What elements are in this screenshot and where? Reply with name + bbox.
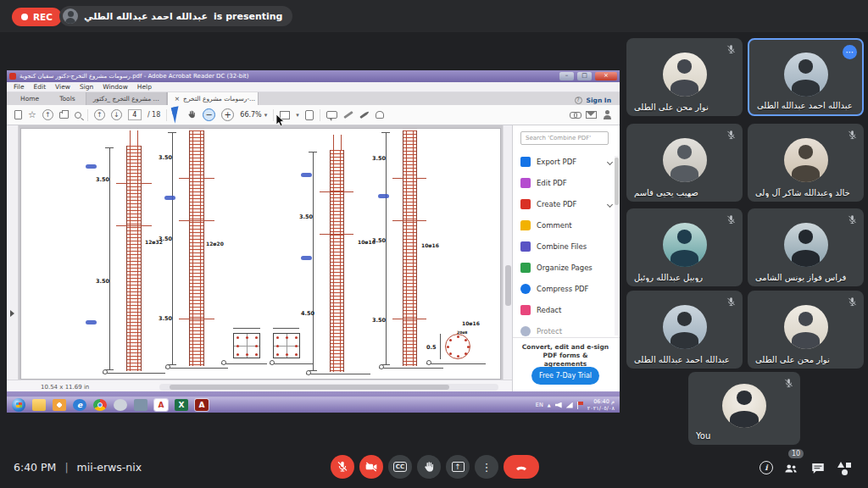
language-indicator[interactable]: EN [536, 402, 543, 408]
participant-tile-presenter[interactable]: ⋯ عبدالله احمد عبدالله الطلي [748, 38, 864, 116]
chevron-down-icon[interactable] [607, 201, 613, 207]
tool-comment[interactable]: Comment [520, 217, 615, 234]
navigation-pane-collapsed[interactable] [7, 125, 19, 380]
fill-sign-icon[interactable] [359, 111, 370, 119]
ie-icon[interactable]: e [73, 399, 86, 411]
tab-tools[interactable]: Tools [49, 92, 85, 105]
zoom-out-button[interactable]: − [203, 108, 215, 121]
tool-compress-pdf[interactable]: Compress PDF [520, 280, 615, 297]
select-tool-icon[interactable] [171, 106, 182, 124]
tool-redact[interactable]: Redact [520, 302, 615, 319]
compress-pdf-icon [520, 284, 531, 294]
comment-icon[interactable] [326, 111, 337, 119]
explorer-icon[interactable] [32, 399, 46, 411]
participant-tile[interactable]: صهيب يحيى قاسم [626, 124, 743, 202]
scrollbar-thumb[interactable] [615, 158, 619, 205]
excel-icon[interactable]: X [175, 399, 188, 411]
start-button[interactable] [12, 398, 25, 412]
zoom-level-dropdown[interactable]: 66.7% ▾ [240, 111, 267, 119]
activities-button[interactable] [837, 461, 853, 476]
help-icon[interactable]: ? [575, 97, 582, 104]
avatar [663, 53, 707, 97]
tab-home[interactable]: Home [10, 92, 49, 105]
devices-icon[interactable] [134, 399, 147, 411]
save-icon[interactable] [14, 110, 22, 119]
scroll-mode-icon[interactable] [305, 110, 314, 120]
menu-view[interactable]: View [55, 83, 70, 91]
action-center-flag-icon[interactable] [577, 402, 583, 409]
meeting-details-button[interactable]: i [760, 461, 775, 476]
self-view-tile[interactable]: You [688, 372, 800, 445]
print-icon[interactable] [59, 112, 69, 119]
tool-organize-pages[interactable]: Organize Pages [520, 259, 615, 276]
more-options-badge[interactable]: ⋯ [843, 45, 857, 59]
participant-tile[interactable]: خالد وعبدالله شاكر آل ولي [748, 124, 864, 202]
next-page-icon[interactable]: ↓ [111, 109, 122, 120]
minimize-button[interactable]: – [559, 72, 574, 80]
menu-file[interactable]: File [14, 83, 25, 91]
chat-button[interactable] [810, 461, 826, 476]
nav-pane-arrow-icon[interactable] [10, 310, 14, 317]
tools-search-input[interactable] [520, 131, 609, 145]
raise-hand-button[interactable] [417, 455, 441, 479]
participant-tile[interactable]: نوار محن علي الطلي [626, 38, 743, 116]
hidden-icons-arrow[interactable]: ▲ [548, 402, 551, 408]
previous-page-icon[interactable]: ↑ [94, 109, 105, 120]
pdf-page[interactable]: 3.50 3.50 3.50 3.50 3.50 3.50 4.50 3.50 … [20, 128, 501, 380]
avatar [784, 305, 828, 349]
pen-icon[interactable] [343, 111, 353, 119]
star-icon[interactable]: ☆ [28, 110, 36, 119]
network-icon[interactable] [566, 402, 573, 408]
volume-icon[interactable] [555, 402, 562, 408]
mic-mute-button[interactable] [331, 455, 354, 479]
tool-edit-pdf[interactable]: Edit PDF [520, 175, 615, 191]
chevron-down-icon[interactable] [607, 158, 613, 164]
page-number-input[interactable]: 4 [128, 109, 142, 120]
scrollbar-thumb[interactable] [170, 385, 449, 390]
share-link-icon[interactable] [570, 112, 580, 118]
menu-help[interactable]: Help [137, 83, 152, 91]
tool-combine-files[interactable]: Combine Files [520, 238, 615, 255]
more-options-button[interactable]: ⋮ [475, 455, 498, 479]
search-icon[interactable] [75, 112, 81, 119]
stamp-icon[interactable] [376, 111, 384, 119]
participant-tile[interactable]: فراس فواز يونس الشامي [748, 208, 864, 286]
account-icon[interactable] [603, 110, 612, 119]
tool-create-pdf[interactable]: Create PDF [520, 196, 615, 213]
present-button[interactable]: ↑ [446, 455, 470, 479]
chrome-icon[interactable] [93, 399, 107, 411]
hand-tool-icon[interactable] [186, 109, 197, 121]
tab-document-1[interactable]: مشروع التخرج _دكتور ... [86, 92, 167, 105]
taskbar-clock[interactable]: 06:40 م ٢٠٢١/٠٥/٠٨ [587, 398, 615, 412]
sign-in-area[interactable]: ? Sign In [566, 92, 620, 105]
show-participants-button[interactable] [783, 461, 798, 476]
participant-tile[interactable]: نوار محن علي الطلي [748, 291, 864, 369]
meeting-code: mii-erws-nix [77, 461, 142, 474]
participant-tile[interactable]: عبدالله احمد عبدالله الطلي [626, 291, 743, 369]
tab-document-2-active[interactable]: × رسومات مشروع التخرج-... [167, 92, 259, 105]
horizontal-scrollbar[interactable] [159, 384, 498, 391]
close-button[interactable]: × [595, 72, 617, 80]
email-icon[interactable] [586, 111, 597, 119]
adobe-app-icon[interactable]: A [195, 399, 209, 411]
menu-edit[interactable]: Edit [34, 83, 47, 91]
panel-scrollbar[interactable] [615, 156, 619, 336]
acrobat-title-bar[interactable]: رسومات مشروع التخرج-دكتور سفيان كنجوية.p… [7, 70, 620, 82]
acrobat-reader-taskbar-icon[interactable]: A [154, 399, 168, 411]
menu-window[interactable]: Window [103, 83, 128, 91]
camera-off-button[interactable] [359, 455, 383, 479]
maximize-button[interactable]: □ [577, 72, 592, 80]
participant-tile[interactable]: روبيل عبدالله روئيل [626, 208, 743, 286]
leave-call-button[interactable] [504, 455, 539, 479]
free-trial-button[interactable]: Free 7-Day Trial [531, 367, 599, 385]
share-upload-icon[interactable]: ↑ [42, 109, 53, 120]
tool-export-pdf[interactable]: Export PDF [520, 153, 615, 170]
scrollbar-thumb[interactable] [505, 265, 511, 306]
captions-button[interactable]: CC [388, 455, 412, 479]
app-icon-gray[interactable] [114, 399, 127, 411]
zoom-in-button[interactable]: + [221, 108, 234, 121]
vertical-scrollbar[interactable] [503, 125, 512, 380]
tab-close-icon[interactable]: × [175, 95, 180, 105]
menu-sign[interactable]: Sign [80, 83, 93, 91]
media-player-icon[interactable] [53, 399, 66, 411]
